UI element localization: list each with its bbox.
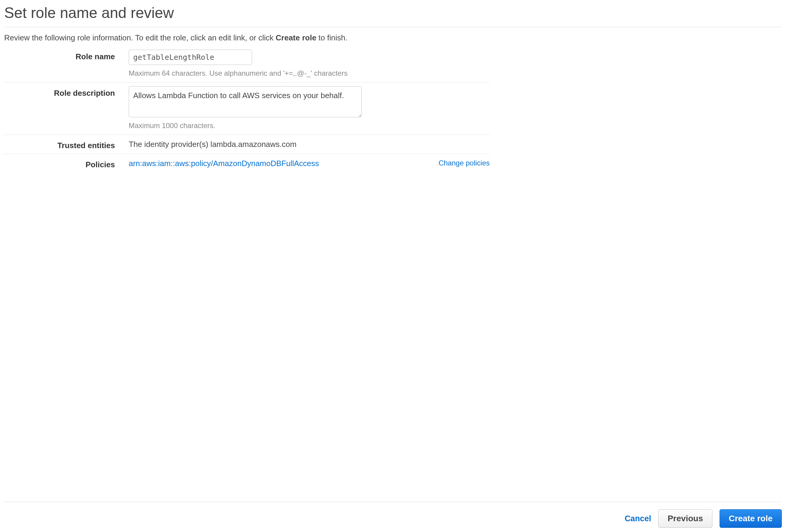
role-description-input[interactable]: Allows Lambda Function to call AWS servi…: [129, 86, 362, 117]
role-description-hint: Maximum 1000 characters.: [129, 121, 362, 130]
role-name-input[interactable]: [129, 50, 252, 65]
role-name-label: Role name: [4, 50, 129, 61]
trusted-entities-label: Trusted entities: [4, 139, 129, 150]
previous-button[interactable]: Previous: [658, 509, 712, 528]
create-role-button[interactable]: Create role: [720, 509, 782, 528]
row-policies: Policies arn:aws:iam::aws:policy/AmazonD…: [4, 154, 490, 173]
intro-text: Review the following role information. T…: [4, 33, 782, 43]
policy-arn-link[interactable]: arn:aws:iam::aws:policy/AmazonDynamoDBFu…: [129, 158, 319, 168]
intro-prefix: Review the following role information. T…: [4, 33, 276, 42]
cancel-button[interactable]: Cancel: [625, 514, 651, 523]
row-role-name: Role name Maximum 64 characters. Use alp…: [4, 50, 490, 82]
footer: Cancel Previous Create role: [4, 502, 782, 528]
row-trusted-entities: Trusted entities The identity provider(s…: [4, 135, 490, 154]
intro-bold: Create role: [276, 33, 316, 42]
policies-label: Policies: [4, 158, 129, 169]
page-title: Set role name and review: [4, 4, 782, 22]
form-area: Role name Maximum 64 characters. Use alp…: [4, 50, 490, 173]
role-description-label: Role description: [4, 86, 129, 98]
change-policies-link[interactable]: Change policies: [439, 158, 490, 167]
role-name-hint: Maximum 64 characters. Use alphanumeric …: [129, 69, 347, 77]
divider: [4, 27, 782, 27]
row-role-description: Role description Allows Lambda Function …: [4, 82, 490, 135]
trusted-entities-value: The identity provider(s) lambda.amazonaw…: [129, 139, 297, 149]
intro-suffix: to finish.: [316, 33, 347, 42]
